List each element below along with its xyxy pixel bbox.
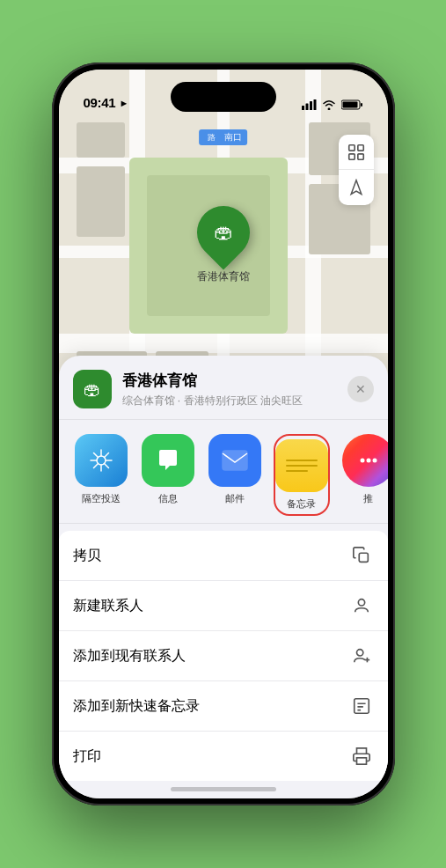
- svg-rect-12: [223, 451, 247, 470]
- phone-screen: 09:41 ►: [59, 70, 388, 798]
- mail-label: 邮件: [225, 492, 245, 505]
- svg-rect-25: [356, 758, 366, 764]
- action-list: 拷贝 新建联系人: [59, 531, 388, 781]
- action-row-print[interactable]: 打印: [59, 732, 388, 781]
- more-icon: [342, 434, 388, 487]
- location-pin: 🏟 香港体育馆: [197, 206, 250, 284]
- venue-subtitle: 综合体育馆 · 香港特别行政区 油尖旺区: [122, 394, 347, 408]
- share-row: 隔空投送 信息: [59, 420, 388, 524]
- action-label-add-contact: 添加到现有联系人: [73, 647, 186, 666]
- sheet-header: 🏟 香港体育馆 综合体育馆 · 香港特别行政区 油尖旺区 ✕: [59, 356, 388, 420]
- bottom-sheet: 🏟 香港体育馆 综合体育馆 · 香港特别行政区 油尖旺区 ✕: [59, 356, 388, 798]
- action-row-quick-note[interactable]: 添加到新快速备忘录: [59, 681, 388, 732]
- action-label-new-contact: 新建联系人: [73, 597, 143, 615]
- add-contact-icon: [349, 644, 374, 668]
- svg-point-13: [360, 459, 364, 463]
- signal-icon: [302, 99, 317, 110]
- quick-note-icon: [349, 694, 374, 718]
- dynamic-island: [171, 82, 276, 112]
- action-row-new-contact[interactable]: 新建联系人: [59, 581, 388, 631]
- airdrop-icon: [75, 434, 128, 487]
- messages-icon: [142, 434, 194, 487]
- svg-rect-1: [305, 104, 308, 111]
- new-contact-icon: [349, 593, 374, 618]
- action-label-copy: 拷贝: [73, 547, 101, 565]
- action-row-copy[interactable]: 拷贝: [59, 531, 388, 581]
- share-item-messages[interactable]: 信息: [140, 434, 196, 516]
- svg-rect-6: [342, 102, 357, 108]
- more-label: 推: [363, 492, 373, 505]
- close-button[interactable]: ✕: [347, 376, 374, 402]
- venue-info: 香港体育馆 综合体育馆 · 香港特别行政区 油尖旺区: [122, 371, 347, 408]
- messages-label: 信息: [158, 492, 178, 505]
- notes-icon: [275, 439, 328, 492]
- svg-point-14: [366, 459, 370, 463]
- airdrop-label: 隔空投送: [82, 492, 121, 505]
- print-icon: [349, 744, 374, 769]
- map-label-tag: 路 南口: [199, 129, 248, 145]
- share-item-notes[interactable]: 备忘录: [274, 434, 330, 516]
- share-item-mail[interactable]: 邮件: [207, 434, 263, 516]
- venue-icon: 🏟: [73, 370, 112, 408]
- location-icon: ►: [119, 98, 128, 108]
- status-time: 09:41: [84, 95, 116, 110]
- copy-icon: [349, 543, 374, 568]
- notes-lines: [286, 460, 318, 472]
- svg-rect-8: [357, 144, 362, 150]
- svg-rect-7: [348, 144, 354, 150]
- share-item-more[interactable]: 推: [340, 434, 388, 516]
- action-row-add-contact[interactable]: 添加到现有联系人: [59, 631, 388, 681]
- svg-rect-3: [313, 99, 316, 110]
- svg-rect-5: [361, 103, 362, 107]
- notes-label: 备忘录: [287, 497, 316, 511]
- share-item-airdrop[interactable]: 隔空投送: [73, 434, 129, 516]
- map-controls: [339, 135, 374, 205]
- phone-frame: 09:41 ►: [52, 63, 395, 805]
- mail-icon: [208, 434, 261, 487]
- map-location-button[interactable]: [339, 170, 374, 205]
- svg-point-18: [356, 650, 362, 656]
- svg-rect-10: [357, 153, 362, 158]
- svg-rect-21: [354, 699, 369, 714]
- svg-point-17: [358, 600, 364, 606]
- home-indicator: [171, 787, 276, 791]
- svg-rect-16: [359, 553, 368, 562]
- map-layers-button[interactable]: [339, 135, 374, 170]
- battery-icon: [341, 99, 363, 110]
- pin-label: 香港体育馆: [197, 269, 250, 284]
- action-label-print: 打印: [73, 747, 101, 766]
- svg-rect-9: [348, 153, 354, 158]
- svg-rect-0: [302, 106, 304, 110]
- svg-point-15: [372, 459, 377, 463]
- pin-emoji: 🏟: [214, 221, 233, 244]
- svg-rect-2: [310, 101, 312, 110]
- status-icons: [302, 99, 363, 110]
- wifi-icon: [322, 99, 336, 110]
- action-label-quick-note: 添加到新快速备忘录: [73, 697, 200, 716]
- venue-name: 香港体育馆: [122, 371, 347, 391]
